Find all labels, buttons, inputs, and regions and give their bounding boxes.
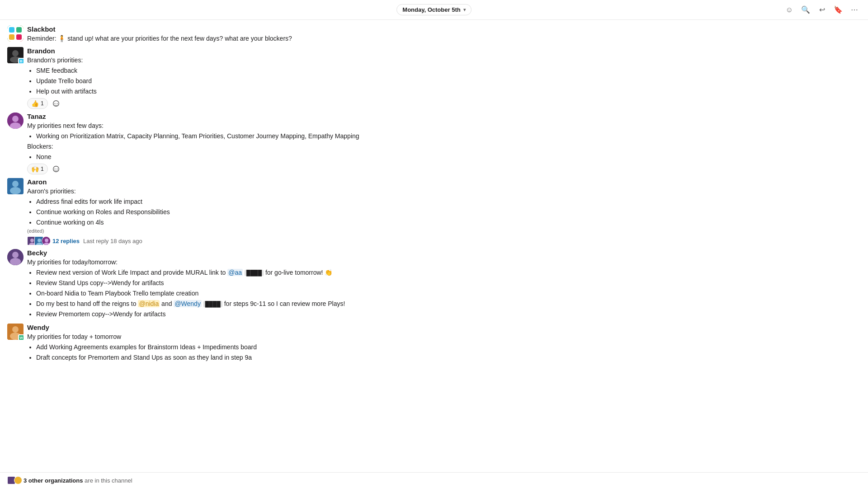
reply-avatars: [27, 236, 49, 245]
reaction-count: 1: [41, 166, 44, 172]
message-text: Aaron's priorities: Address final edits …: [27, 187, 861, 227]
sender-name: Brandon: [27, 47, 55, 55]
svg-point-12: [12, 181, 19, 187]
mention: @nidia: [138, 300, 160, 307]
sender-name: Becky: [27, 249, 47, 257]
org-count: 3 other organizations: [24, 477, 83, 484]
message-content: Tanaz My priorities next few days: Worki…: [27, 113, 861, 174]
emoji-icon: 🙌: [31, 165, 39, 173]
svg-rect-4: [16, 34, 22, 40]
avatar: [7, 113, 24, 129]
message-content: Aaron Aaron's priorities: Address final …: [27, 178, 861, 245]
reply-avatar: [42, 236, 51, 245]
add-reaction-button[interactable]: [50, 164, 62, 174]
svg-point-6: [12, 50, 19, 56]
bottom-bar: 3 other organizations are in this channe…: [0, 472, 868, 488]
reaction-raised-hands[interactable]: 🙌 1: [27, 164, 48, 174]
share-button[interactable]: ↩: [816, 4, 828, 16]
add-reaction-button[interactable]: [50, 98, 62, 109]
svg-rect-3: [9, 34, 14, 40]
svg-point-18: [38, 239, 41, 242]
message-row: Tanaz My priorities next few days: Worki…: [0, 111, 868, 176]
svg-point-21: [45, 239, 48, 242]
top-bar: Monday, October 5th ▾ ☺ 🔍 ↩ 🔖 ⋯: [0, 0, 868, 20]
svg-point-25: [10, 258, 21, 265]
message-row: Aaron Aaron's priorities: Address final …: [0, 176, 868, 247]
svg-point-13: [10, 187, 21, 194]
list-item: Address final edits for work life impact: [36, 197, 861, 206]
svg-rect-1: [9, 27, 14, 33]
svg-point-24: [12, 252, 19, 258]
reply-time: Last reply 18 days ago: [83, 238, 142, 244]
chevron-down-icon: ▾: [463, 7, 466, 12]
date-pill[interactable]: Monday, October 5th ▾: [396, 4, 471, 15]
reaction-count: 1: [41, 100, 44, 107]
list-item: Review Stand Ups copy-->Wendy for artifa…: [36, 278, 861, 288]
more-actions-button[interactable]: ⋯: [848, 4, 861, 16]
message-header: Brandon: [27, 47, 861, 55]
avatar: [7, 178, 24, 194]
bottom-orgs: 3 other organizations are in this channe…: [7, 476, 132, 484]
message-header: Slackbot: [27, 25, 861, 33]
list-item: Review Premortem copy-->Wendy for artifa…: [36, 310, 861, 319]
avatar: [7, 249, 24, 265]
list-item: Draft concepts for Premortem and Stand U…: [36, 353, 861, 362]
list-item: On-board Nidia to Team Playbook Trello t…: [36, 289, 861, 298]
avatar: [7, 25, 24, 42]
top-bar-actions: ☺ 🔍 ↩ 🔖 ⋯: [783, 4, 861, 16]
list-item: Continue working on 4ls: [36, 218, 861, 227]
sender-name: Slackbot: [27, 25, 56, 33]
message-row: Slackbot Reminder: 🧍 stand up! what are …: [0, 23, 868, 45]
message-header: Becky: [27, 249, 861, 257]
reply-count[interactable]: 12 replies: [52, 238, 80, 244]
org-avatar: [14, 476, 22, 484]
message-content: Becky My priorities for today/tomorrow: …: [27, 249, 861, 320]
bookmark-button[interactable]: 🔖: [832, 4, 844, 16]
svg-point-9: [12, 116, 19, 122]
svg-point-27: [12, 326, 19, 333]
message-content: Brandon Brandon's priorities: SME feedba…: [27, 47, 861, 109]
message-text: My priorities next few days: Working on …: [27, 121, 861, 162]
reaction-thumbsup[interactable]: 👍 1: [27, 98, 48, 109]
message-content: Wendy My priorities for today + tomorrow…: [27, 324, 861, 363]
message-row: Becky My priorities for today/tomorrow: …: [0, 247, 868, 322]
message-header: Aaron: [27, 178, 861, 186]
message-text: My priorities for today + tomorrow Add W…: [27, 332, 861, 362]
org-avatars: [7, 476, 21, 484]
message-row: B Brandon Brandon's priorities: SME feed…: [0, 45, 868, 111]
list-item: Update Trello board: [36, 76, 861, 86]
mention: @Wendy: [174, 300, 202, 307]
thread-replies: 12 replies Last reply 18 days ago: [27, 236, 861, 245]
reactions: 🙌 1: [27, 164, 861, 174]
list-item: Continue working on Roles and Responsibi…: [36, 207, 861, 217]
message-content: Slackbot Reminder: 🧍 stand up! what are …: [27, 25, 861, 43]
sender-name: Tanaz: [27, 113, 46, 120]
message-header: Wendy: [27, 324, 861, 331]
list-item: None: [36, 152, 861, 162]
list-item: Help out with artifacts: [36, 87, 861, 96]
emoji-icon: 👍: [31, 100, 39, 107]
reactions: 👍 1: [27, 98, 861, 109]
bottom-text: 3 other organizations are in this channe…: [24, 477, 132, 484]
list-item: Review next version of Work Life Impact …: [36, 268, 861, 277]
message-text: Brandon's priorities: SME feedback Updat…: [27, 56, 861, 96]
avatar-badge: B: [18, 58, 24, 64]
date-label: Monday, October 5th: [402, 6, 460, 13]
sender-name: Aaron: [27, 178, 47, 186]
list-item: Do my best to hand off the reigns to @ni…: [36, 299, 861, 309]
list-item: Add Working Agreements examples for Brai…: [36, 343, 861, 352]
list-item: Working on Prioritization Matrix, Capaci…: [36, 131, 861, 141]
svg-rect-2: [16, 27, 22, 33]
message-header: Tanaz: [27, 113, 861, 120]
list-item: SME feedback: [36, 66, 861, 75]
emoji-reaction-button[interactable]: ☺: [783, 4, 796, 16]
edited-label: (edited): [27, 228, 861, 234]
message-row: W Wendy My priorities for today + tomorr…: [0, 322, 868, 365]
search-button[interactable]: 🔍: [799, 4, 812, 16]
messages-container: Slackbot Reminder: 🧍 stand up! what are …: [0, 20, 868, 472]
message-text: My priorities for today/tomorrow: Review…: [27, 258, 861, 319]
mention: @aa: [227, 269, 243, 276]
message-text: Reminder: 🧍 stand up! what are your prio…: [27, 34, 861, 43]
org-suffix: are in this channel: [85, 477, 132, 484]
avatar-badge: W: [18, 334, 24, 341]
